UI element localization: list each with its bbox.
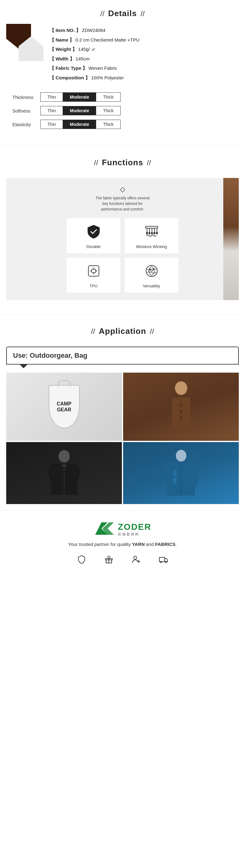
function-card-durable: Durable [67,218,120,253]
logo-svg [94,520,115,538]
moisture-icon [144,224,159,241]
tagline-mid: and [145,541,155,547]
application-header: // Application // [0,318,245,342]
footer-gift-icon [104,555,113,565]
app-slash-left: // [91,327,95,336]
moisture-label: Moisture Wicking [136,244,167,249]
details-header: // Details // [0,0,245,24]
svg-point-8 [151,232,153,235]
functions-header: // Functions // [0,149,245,173]
app-images: CAMPGEAR [6,373,239,504]
logo-name: ZODER [118,522,151,532]
composition-label: 【 Composition 】 [50,75,90,80]
bag-handle [58,380,70,386]
application-title: Application [99,327,146,336]
application-section: // Application // Use: Outdoorgear, Bag … [0,314,245,510]
svg-point-37 [134,556,137,559]
jacket-blue [123,442,239,504]
svg-point-6 [146,232,148,235]
functions-section: // Functions // ◇ The fabric typically o… [0,146,245,311]
function-card-versatility: Versatility [125,258,178,292]
blue-jacket-svg [164,448,198,498]
footer-section: ZODER 佐德新材料 Your trusted partner for qua… [0,510,245,575]
elasticity-moderate: Moderate [63,120,96,129]
svg-point-27 [176,450,186,462]
function-card-tpu: TPU [67,258,120,292]
thickness-thin: Thin [41,93,63,101]
softness-label: Softness [12,108,40,114]
functions-intro: ◇ The fabric typically offers several ke… [12,185,233,212]
versatility-label: Versatility [143,284,160,288]
fabric-swatch [6,24,43,61]
tpu-icon [86,263,101,281]
app-slash-right: // [150,327,154,336]
use-label: Use: Outdoorgear, Bag [13,351,88,359]
thickness-label: Thickness [12,95,40,100]
elasticity-thick: Thick [96,120,120,129]
footer-truck-icon [159,555,168,565]
softness-thick: Thick [96,106,120,115]
svg-rect-40 [159,557,165,562]
app-img-bag: CAMPGEAR [6,373,122,441]
weight-row: 【 Weight 】145g/ ㎡ [50,46,239,53]
fabric-strip [223,178,239,300]
functions-slash-right: // [147,158,151,167]
tagline-yarn: YARN [132,541,145,547]
thickness-row: Thickness Thin Moderate Thick [12,92,233,102]
item-no-row: 【 Item NO. 】ZDW24064 [50,27,239,34]
svg-rect-26 [62,464,66,467]
elasticity-row: Elasticity Thin Moderate Thick [12,120,233,129]
black-jacket-svg [47,448,81,498]
footer-tagline: Your trusted partner for quality YARN an… [68,541,177,547]
jacket-brown [123,373,239,441]
details-wrapper: 【 Item NO. 】ZDW24064 【 Name 】0.2 cm Chec… [0,24,245,87]
svg-point-10 [156,232,158,235]
softness-row: Softness Thin Moderate Thick [12,106,233,115]
jacket-black [6,442,122,504]
versatility-icon [144,263,159,281]
elasticity-bar: Thin Moderate Thick [40,120,121,129]
app-img-blue-jacket [123,442,239,504]
tagline-fabrics: FABRICS [155,541,176,547]
function-card-moisture: Moisture Wicking [125,218,178,253]
app-img-brown-jacket [123,373,239,441]
softness-moderate: Moderate [63,106,96,115]
softness-thin: Thin [41,106,63,115]
svg-rect-31 [173,478,177,484]
tagline-pre: Your trusted partner for quality [68,541,132,547]
svg-point-17 [175,381,187,395]
diamond-icon: ◇ [12,185,233,193]
shield-icon [86,224,101,241]
composition-row: 【 Composition 】100% Polyester [50,74,239,82]
svg-point-22 [180,416,182,418]
thickness-bar: Thin Moderate Thick [40,92,121,102]
footer-person-add-icon [132,555,141,565]
bag-shape: CAMPGEAR [49,385,80,428]
elasticity-thin: Thin [41,120,63,129]
brown-jacket-svg [162,379,200,435]
app-img-black-jacket [6,442,122,504]
item-no-label: 【 Item NO. 】 [50,28,81,33]
svg-point-9 [154,232,155,235]
softness-bar: Thin Moderate Thick [40,106,121,115]
svg-point-7 [149,232,150,235]
durable-label: Durable [87,244,101,249]
svg-point-20 [180,404,182,406]
fabric-type-value: Woven Fabric [88,65,117,71]
thickness-moderate: Moderate [63,93,96,101]
functions-title: Functions [102,158,143,167]
svg-point-16 [146,266,157,277]
functions-bg: ◇ The fabric typically offers several ke… [6,178,239,300]
svg-point-23 [59,450,70,463]
width-label: 【 Width 】 [50,56,74,61]
svg-point-21 [180,410,182,412]
details-title: Details [108,9,137,18]
svg-rect-30 [173,470,177,476]
name-value: 0.2 cm Checkered Matte +TPU [75,37,139,42]
tpu-label: TPU [90,284,98,288]
bag-mockup: CAMPGEAR [6,373,122,441]
footer-shield-icon [77,555,86,565]
logo-container: ZODER 佐德新材料 [94,520,151,538]
elasticity-label: Elasticity [12,122,40,127]
svg-rect-0 [146,226,158,228]
